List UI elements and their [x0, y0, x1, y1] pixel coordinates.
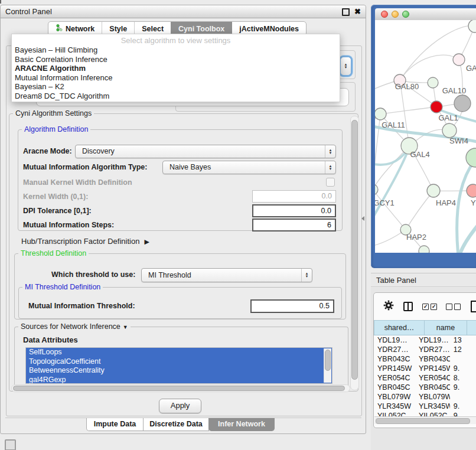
table-cell: YIL052C: [374, 411, 415, 416]
network-node[interactable]: [428, 77, 438, 88]
algorithm-definition-title: Algorithm Definition: [22, 125, 90, 133]
close-window-icon[interactable]: ✖: [354, 9, 361, 15]
column-header-shared[interactable]: shared…: [374, 320, 425, 335]
table-row[interactable]: YBR043CYBR043C: [374, 354, 476, 364]
node-label: GAL4: [410, 150, 429, 159]
settings-horizontal-scrollbar[interactable]: [11, 384, 350, 392]
network-node[interactable]: [375, 184, 378, 195]
select-all-checkboxes-icon[interactable]: ✓✓: [422, 304, 437, 310]
table-toolbar: ✓✓: [374, 299, 476, 314]
bottom-tab-infer-network[interactable]: Infer Network: [208, 418, 275, 431]
table-cell: YPR145W: [374, 364, 415, 373]
dropdown-item-bayesian-k2[interactable]: Bayesian – K2: [12, 82, 340, 92]
network-node[interactable]: [431, 101, 442, 113]
table-cell: YLR345W: [415, 402, 450, 411]
dropdown-item-aracne-algorithm[interactable]: ARACNE Algorithm: [12, 64, 340, 73]
float-window-icon[interactable]: [342, 8, 350, 16]
mi-steps-label: Mutual Information Steps:: [23, 221, 114, 229]
bottom-tab-impute-data[interactable]: Impute Data: [86, 418, 144, 431]
attributes-scrollbar[interactable]: [324, 348, 331, 383]
dropdown-item-mutual-information-inference[interactable]: Mutual Information Inference: [12, 73, 340, 83]
which-threshold-select[interactable]: MI Threshold ▲▼: [141, 268, 312, 282]
table-row[interactable]: YPR145WYPR145W9.: [374, 364, 476, 373]
node-label: Y: [471, 198, 476, 207]
table-row[interactable]: YBR045CYBR045C9.: [374, 383, 476, 392]
aracne-mode-select[interactable]: Discovery ▲▼: [75, 145, 336, 158]
network-edge-highlighted: [459, 220, 476, 253]
panel-divider-arrow-icon[interactable]: [361, 216, 364, 221]
collapsed-arrow-icon[interactable]: ▶: [144, 238, 149, 245]
network-node[interactable]: [453, 54, 465, 66]
attribute-item-gal4rgexp[interactable]: gal4RGexp: [26, 376, 332, 384]
table-row[interactable]: YLR345WYLR345W9.: [374, 402, 476, 411]
network-node[interactable]: [427, 184, 440, 197]
network-window-titlebar[interactable]: [375, 8, 476, 21]
network-view-window[interactable]: GALGAL80GAL10GAL1GAL11SWI4GAL4GCY1HAP4YH…: [371, 5, 476, 268]
apply-button[interactable]: Apply: [159, 399, 201, 413]
table-cell: YLR345W: [374, 402, 415, 411]
cyni-algorithm-settings-group: Cyni Algorithm Settings Algorithm Defini…: [9, 113, 358, 392]
screen: Control Panel ✖ NetworkStyleSelectCyni T…: [0, 0, 476, 450]
network-canvas[interactable]: GALGAL80GAL10GAL1GAL11SWI4GAL4GCY1HAP4YH…: [375, 20, 476, 253]
network-node[interactable]: [466, 148, 476, 167]
table-row[interactable]: YER054CYER054C8.: [374, 373, 476, 383]
network-edge: [400, 25, 475, 80]
table-cell: YER054C: [415, 373, 450, 383]
table-row[interactable]: YBL079WYBL079W: [374, 392, 476, 402]
table-cell: YPR145W: [415, 364, 450, 373]
mac-minimize-icon[interactable]: [392, 11, 399, 18]
expanded-arrow-icon[interactable]: ▼: [123, 324, 128, 330]
table-panel-title: Table Panel: [376, 276, 416, 285]
settings-vertical-scrollbar[interactable]: [350, 116, 359, 390]
network-node[interactable]: [454, 95, 471, 112]
attribute-item-selfloops[interactable]: SelfLoops: [26, 348, 332, 357]
split-view-icon[interactable]: [403, 302, 413, 311]
dropdown-item-basic-correlation-inference[interactable]: Basic Correlation Inference: [12, 55, 340, 64]
attribute-item-topologicalcoefficient[interactable]: TopologicalCoefficient: [26, 357, 332, 367]
combo-arrows-icon: ▲▼: [325, 145, 335, 158]
hub-definition-toggle[interactable]: Hub/Transcription Factor Definition▶: [21, 237, 149, 246]
table-horizontal-scrollbar[interactable]: [374, 416, 476, 424]
focused-spinner-icon[interactable]: ▲▼: [341, 57, 351, 75]
node-label: HAP2: [406, 233, 426, 242]
network-node[interactable]: [375, 108, 386, 120]
which-threshold-label: Which threshold to use:: [51, 270, 135, 279]
dpi-tolerance-field[interactable]: 0.0: [252, 204, 336, 217]
deselect-all-checkboxes-icon[interactable]: [446, 304, 461, 310]
corner-mark: [0, 0, 1, 4]
dropdown-item-dream8-dc-tdc-algorithm[interactable]: Dream8 DC_TDC Algorithm: [12, 92, 340, 101]
bottom-tab-discretize-data[interactable]: Discretize Data: [143, 418, 209, 431]
table-row[interactable]: YDR27…YDR27…12: [374, 345, 476, 354]
mi-threshold-field[interactable]: 0.5: [250, 299, 334, 313]
table-row[interactable]: YIL052CYIL052C9: [374, 411, 476, 416]
network-edge: [380, 107, 436, 114]
table-cell: YDL19…: [415, 335, 450, 345]
attribute-item-betweennesscentrality[interactable]: BetweennessCentrality: [26, 366, 332, 376]
column-header-a[interactable]: A: [467, 320, 476, 335]
settings-gear-icon[interactable]: [383, 300, 394, 313]
mi-steps-field[interactable]: 6: [252, 219, 336, 231]
dropdown-item-bayesian-hill-climbing[interactable]: Bayesian – Hill Climbing: [12, 45, 340, 55]
dpi-tolerance-label: DPI Tolerance [0,1]:: [23, 207, 92, 215]
docked-window-icon[interactable]: [5, 439, 16, 450]
table-cell: [450, 392, 476, 402]
network-icon: [56, 24, 63, 33]
data-attributes-list: SelfLoopsTopologicalCoefficientBetweenne…: [25, 347, 332, 384]
control-panel-titlebar: Control Panel ✖: [1, 5, 366, 18]
mi-type-label: Mutual Information Algorithm Type:: [23, 163, 147, 171]
network-node[interactable]: [442, 123, 457, 138]
column-header-name[interactable]: name: [425, 320, 467, 335]
mac-close-icon[interactable]: [381, 11, 388, 18]
mi-threshold-label: Mutual Information Threshold:: [28, 302, 135, 310]
mi-type-select[interactable]: Naive Bayes ▲▼: [162, 161, 336, 174]
mac-zoom-icon[interactable]: [402, 11, 409, 18]
kernel-width-label: Kernel Width (0,1):: [23, 193, 88, 201]
table-rows: YDL19…YDL19…13YDR27…YDR27…12YBR043CYBR04…: [374, 335, 476, 416]
table-panel: ✓✓ shared…nameA YDL19…YDL19…13YDR27…YDR2…: [371, 288, 476, 450]
network-node[interactable]: [468, 20, 476, 32]
document-icon[interactable]: [471, 301, 476, 312]
table-row[interactable]: YDL19…YDL19…13: [374, 335, 476, 345]
network-node[interactable]: [419, 246, 429, 253]
network-node[interactable]: [467, 184, 476, 197]
mi-threshold-title: MI Threshold Definition: [22, 283, 103, 291]
